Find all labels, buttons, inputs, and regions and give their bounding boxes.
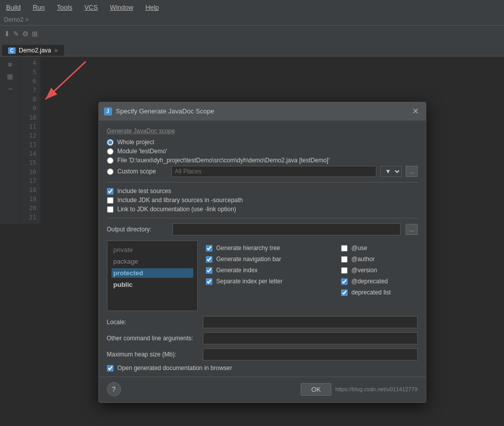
tag-deplist-input[interactable] xyxy=(341,289,348,296)
scope-option-module[interactable]: Module 'testDemo' xyxy=(107,148,418,155)
tag-author-label: @author xyxy=(352,256,375,263)
scope-option-file[interactable]: File 'D:\xuexi\dyh_project\testDemo\src\… xyxy=(107,157,418,164)
scope-custom-row: Custom scope ▼ ... xyxy=(107,166,418,177)
vis-package[interactable]: package xyxy=(111,257,193,266)
tabbar: C Demo2.java ✕ xyxy=(0,41,504,56)
gen-index-label: Generate index xyxy=(216,267,258,274)
cmd-args-input[interactable] xyxy=(203,332,418,344)
gen-index-checkbox[interactable]: Generate index xyxy=(206,267,329,274)
menu-window[interactable]: Window xyxy=(107,3,136,12)
output-dir-browse[interactable]: ... xyxy=(406,224,417,235)
dialog-footer: ? OK https://blog.csdn.net/u011412779 xyxy=(99,377,426,402)
dialog-title: J Specify Generate JavaDoc Scope xyxy=(104,107,214,115)
toolbar-icon-4[interactable]: ⊞ xyxy=(32,30,38,38)
javadoc-scope-dialog: J Specify Generate JavaDoc Scope ✕ Gener… xyxy=(98,102,426,403)
tag-deplist-checkbox[interactable]: deprecated list xyxy=(341,289,414,296)
scope-option-custom-label: Custom scope xyxy=(118,168,156,175)
gen-index-input[interactable] xyxy=(206,267,212,274)
toolbar-icon-3[interactable]: ⚙ xyxy=(22,30,29,38)
sep-index-label: Separate index per letter xyxy=(216,278,283,285)
tag-deprecated-input[interactable] xyxy=(341,278,348,285)
menu-build[interactable]: Build xyxy=(3,3,24,12)
toolbar-icon-2[interactable]: ✎ xyxy=(13,30,19,38)
vis-private[interactable]: private xyxy=(111,245,193,255)
output-dir-row: Output directory: ... xyxy=(107,223,418,235)
footer-buttons: OK https://blog.csdn.net/u011412779 xyxy=(301,383,417,396)
scope-option-file-label: File 'D:\xuexi\dyh_project\testDemo\src\… xyxy=(118,157,330,164)
sep-index-checkbox[interactable]: Separate index per letter xyxy=(206,278,329,285)
output-dir-input[interactable] xyxy=(173,223,401,235)
open-browser-checkbox[interactable]: Open generated documentation in browser xyxy=(107,364,418,372)
tag-use-input[interactable] xyxy=(341,245,348,252)
locale-label: Locale: xyxy=(107,319,198,326)
visibility-panel: private package protected public xyxy=(107,240,198,311)
scope-option-custom[interactable]: Custom scope xyxy=(107,168,167,175)
sidebar-left: ≡ ⊞ → xyxy=(0,56,20,224)
output-dir-label: Output directory: xyxy=(107,226,167,233)
include-test-checkbox[interactable]: Include test sources xyxy=(107,188,418,195)
gen-navbar-input[interactable] xyxy=(206,256,212,263)
gen-hierarchy-input[interactable] xyxy=(206,245,212,252)
tag-version-input[interactable] xyxy=(341,267,348,274)
close-button[interactable]: ✕ xyxy=(410,105,421,117)
tab-icon: C xyxy=(8,47,16,54)
extra-checkboxes: Include test sources Include JDK and lib… xyxy=(107,188,418,213)
open-browser-input[interactable] xyxy=(107,365,114,372)
heap-input[interactable] xyxy=(203,348,418,360)
tag-author-checkbox[interactable]: @author xyxy=(341,256,414,263)
vis-protected[interactable]: protected xyxy=(111,268,193,278)
link-jdk-input[interactable] xyxy=(107,206,114,213)
custom-scope-input[interactable] xyxy=(172,166,377,177)
include-test-label: Include test sources xyxy=(118,188,172,195)
locale-input[interactable] xyxy=(203,316,418,328)
scope-radio-file[interactable] xyxy=(107,157,114,164)
scope-section-label: Generate JavaDoc scope xyxy=(107,128,418,135)
sep-index-input[interactable] xyxy=(206,278,212,285)
menubar: Build Run Tools VCS Window Help xyxy=(0,0,504,14)
tag-use-checkbox[interactable]: @use xyxy=(341,245,414,252)
toolbar-icon-1[interactable]: ⬇ xyxy=(4,30,10,38)
scope-more-button[interactable]: ... xyxy=(406,166,417,177)
sidebar-icon-3[interactable]: → xyxy=(7,85,14,93)
ok-button[interactable]: OK xyxy=(301,383,331,396)
include-jdk-input[interactable] xyxy=(107,197,114,204)
tab-close-icon[interactable]: ✕ xyxy=(54,48,58,53)
content-area: ≡ ⊞ → 456789101112131415161718192021 xyxy=(0,56,504,224)
dialog-titlebar: J Specify Generate JavaDoc Scope ✕ xyxy=(99,102,426,120)
dialog-body: Generate JavaDoc scope Whole project Mod… xyxy=(99,120,426,372)
tag-options-panel: @use @author @version xyxy=(337,240,418,311)
include-test-input[interactable] xyxy=(107,188,114,195)
scope-radio-whole[interactable] xyxy=(107,139,114,146)
sidebar-icon-1[interactable]: ≡ xyxy=(8,60,12,69)
menu-tools[interactable]: Tools xyxy=(54,3,75,12)
vis-public[interactable]: public xyxy=(111,280,193,289)
tag-use-label: @use xyxy=(352,245,368,252)
link-jdk-checkbox[interactable]: Link to JDK documentation (use -link opt… xyxy=(107,206,418,213)
scope-dropdown[interactable]: ▼ xyxy=(380,166,402,177)
menu-vcs[interactable]: VCS xyxy=(81,3,101,12)
menu-help[interactable]: Help xyxy=(142,3,162,12)
include-jdk-checkbox[interactable]: Include JDK and library sources in -sour… xyxy=(107,197,418,204)
dialog-title-text: Specify Generate JavaDoc Scope xyxy=(116,107,214,115)
sidebar-icon-2[interactable]: ⊞ xyxy=(7,73,13,81)
scope-radio-custom[interactable] xyxy=(107,168,114,175)
locale-row: Locale: xyxy=(107,316,418,328)
tag-version-checkbox[interactable]: @version xyxy=(341,267,414,274)
watermark: https://blog.csdn.net/u011412779 xyxy=(335,386,418,392)
gen-hierarchy-checkbox[interactable]: Generate hierarchy tree xyxy=(206,245,329,252)
scope-option-whole[interactable]: Whole project xyxy=(107,139,418,146)
gen-navbar-checkbox[interactable]: Generate navigation bar xyxy=(206,256,329,263)
menu-run[interactable]: Run xyxy=(30,3,48,12)
help-button[interactable]: ? xyxy=(107,382,121,396)
scope-radio-module[interactable] xyxy=(107,148,114,155)
tag-deprecated-checkbox[interactable]: @deprecated xyxy=(341,278,414,285)
breadcrumb: Demo2 > xyxy=(0,14,504,25)
options-panels: private package protected public Generat… xyxy=(107,240,418,311)
tab-demo2[interactable]: C Demo2.java ✕ xyxy=(2,45,64,56)
tag-author-input[interactable] xyxy=(341,256,348,263)
scope-option-module-label: Module 'testDemo' xyxy=(118,148,167,155)
separator-1 xyxy=(107,182,418,182)
link-jdk-label: Link to JDK documentation (use -link opt… xyxy=(118,206,236,213)
heap-label: Maximum heap size (Mb): xyxy=(107,351,198,358)
scope-option-whole-label: Whole project xyxy=(118,139,154,146)
